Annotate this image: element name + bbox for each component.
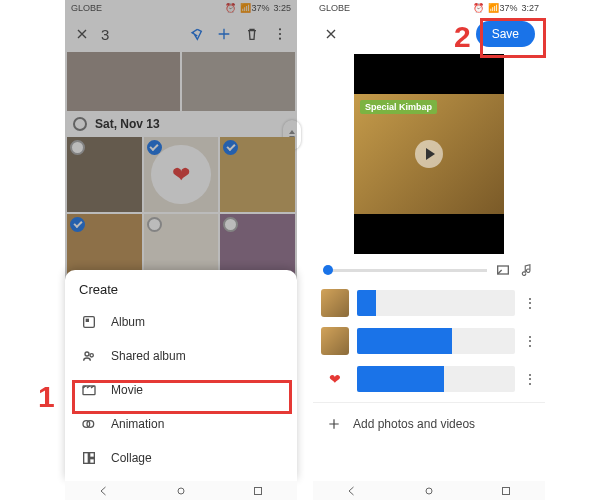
select-toggle[interactable] [70,140,85,155]
carrier-label: GLOBE [71,3,102,13]
svg-point-5 [85,352,89,356]
sheet-item-shared-album[interactable]: Shared album [69,339,293,373]
svg-point-0 [279,28,281,30]
photo-thumb[interactable] [67,52,180,111]
home-button[interactable] [175,485,187,497]
select-day-toggle[interactable] [73,117,87,131]
preview-title-badge: Special Kimbap [360,100,437,114]
select-toggle[interactable] [147,217,162,232]
clip-row[interactable]: ⋮ [321,284,537,322]
selection-count: 3 [101,26,177,43]
editor-app-bar: Save [313,16,545,52]
home-button[interactable] [423,485,435,497]
svg-point-1 [279,33,281,35]
photo-thumb[interactable] [182,52,295,111]
svg-rect-4 [86,319,89,322]
add-photos-label: Add photos and videos [353,417,475,431]
alarm-icon: ⏰ [225,3,236,13]
sheet-item-label: Animation [111,417,164,431]
clip-thumb[interactable] [321,365,349,393]
back-button[interactable] [98,485,110,497]
clip-duration-bar[interactable] [357,328,515,354]
svg-point-6 [90,354,93,357]
svg-rect-17 [503,487,510,494]
back-button[interactable] [346,485,358,497]
select-toggle[interactable] [70,217,85,232]
date-label: Sat, Nov 13 [95,117,160,131]
status-bar: GLOBE ⏰ 📶37% 3:25 [65,0,297,16]
sheet-item-label: Movie [111,383,143,397]
save-button[interactable]: Save [476,21,535,47]
clip-row[interactable]: ⋮ [321,360,537,398]
sheet-item-label: Album [111,315,145,329]
svg-point-2 [279,38,281,40]
svg-rect-14 [255,487,262,494]
sheet-item-label: Shared album [111,349,186,363]
photo-thumb[interactable] [144,137,219,212]
sheet-item-collage[interactable]: Collage [69,441,293,475]
clip-duration-bar[interactable] [357,290,515,316]
battery-label: 📶37% [488,3,517,13]
phone-left: GLOBE ⏰ 📶37% 3:25 3 S [65,0,297,500]
svg-rect-10 [84,453,89,464]
clip-overflow-icon[interactable]: ⋮ [523,296,537,310]
timeline-row [313,254,545,280]
overflow-icon[interactable] [271,25,289,43]
select-toggle[interactable] [223,140,238,155]
album-icon [81,314,97,330]
movie-icon [81,382,97,398]
plus-icon[interactable] [215,25,233,43]
sheet-item-animation[interactable]: Animation [69,407,293,441]
recents-button[interactable] [252,485,264,497]
music-icon[interactable] [519,262,535,278]
play-icon[interactable] [415,140,443,168]
clock-label: 3:27 [521,3,539,13]
clip-overflow-icon[interactable]: ⋮ [523,334,537,348]
close-icon[interactable] [73,25,91,43]
alarm-icon: ⏰ [473,3,484,13]
photo-thumb[interactable] [220,137,295,212]
create-bottom-sheet: Create Album Shared album Movie Animatio… [65,270,297,481]
sheet-item-album[interactable]: Album [69,305,293,339]
clip-thumb[interactable] [321,289,349,317]
selection-app-bar: 3 [65,16,297,52]
scrubber-handle[interactable] [323,265,333,275]
android-nav-bar [65,481,297,500]
photo-thumb[interactable] [67,137,142,212]
sheet-title: Create [69,282,293,305]
video-preview[interactable]: Special Kimbap [354,54,504,254]
svg-rect-11 [90,453,95,458]
status-bar: GLOBE ⏰ 📶37% 3:27 [313,0,545,16]
preview-frame: Special Kimbap [354,94,504,214]
heart-icon [151,145,211,205]
svg-point-13 [178,488,184,494]
svg-point-16 [426,488,432,494]
sheet-item-label: Collage [111,451,152,465]
close-icon[interactable] [323,26,339,42]
share-icon[interactable] [187,25,205,43]
callout-label-1: 1 [38,380,55,414]
battery-label: 📶37% [240,3,269,13]
clip-duration-bar[interactable] [357,366,515,392]
clip-list: ⋮ ⋮ ⋮ [313,280,545,402]
carrier-label: GLOBE [319,3,350,13]
recents-button[interactable] [500,485,512,497]
clock-label: 3:25 [273,3,291,13]
clip-thumb[interactable] [321,327,349,355]
collage-icon [81,450,97,466]
photo-gallery: Sat, Nov 13 [65,52,297,289]
android-nav-bar [313,481,545,500]
phone-right: GLOBE ⏰ 📶37% 3:27 Save Special Kimbap ⋮ [313,0,545,500]
select-toggle[interactable] [223,217,238,232]
sheet-item-movie[interactable]: Movie [69,373,293,407]
plus-icon [327,417,341,431]
aspect-ratio-icon[interactable] [495,262,511,278]
svg-rect-12 [90,459,95,464]
clip-overflow-icon[interactable]: ⋮ [523,372,537,386]
add-photos-button[interactable]: Add photos and videos [313,402,545,445]
clip-row[interactable]: ⋮ [321,322,537,360]
timeline-scrubber[interactable] [323,269,487,272]
shared-album-icon [81,348,97,364]
date-header[interactable]: Sat, Nov 13 [65,111,297,137]
trash-icon[interactable] [243,25,261,43]
